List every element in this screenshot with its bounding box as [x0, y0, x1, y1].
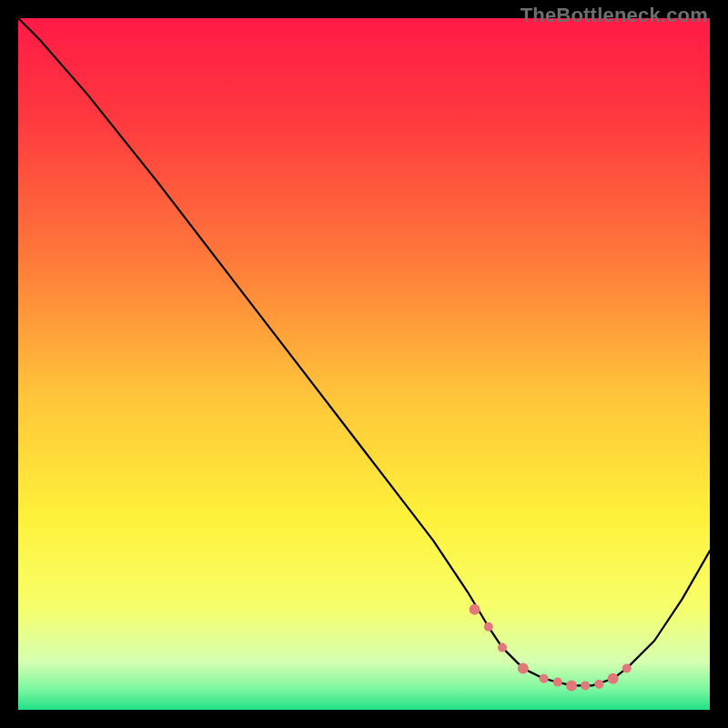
chart-svg [18, 18, 710, 710]
marker-dot [566, 680, 577, 691]
marker-dot [594, 680, 603, 689]
marker-dot [484, 622, 493, 632]
marker-dot [498, 643, 507, 652]
marker-dot [608, 673, 619, 684]
plot-area [18, 18, 710, 710]
marker-dot [540, 674, 549, 683]
marker-dot [518, 662, 529, 673]
marker-dot [622, 663, 632, 672]
marker-dot [470, 604, 480, 615]
marker-dot [553, 678, 562, 687]
watermark-text: TheBottleneck.com [521, 4, 708, 27]
gradient-background [18, 18, 710, 710]
chart-frame: TheBottleneck.com [0, 0, 728, 728]
marker-dot [581, 681, 590, 690]
